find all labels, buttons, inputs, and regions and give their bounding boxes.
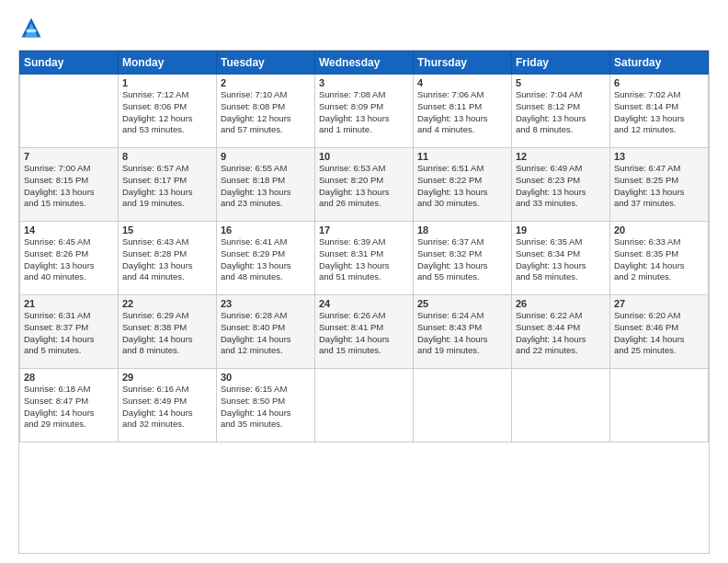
sunrise-text: Sunrise: 7:02 AM — [614, 89, 704, 101]
daylight-hours: Daylight: 13 hours — [516, 113, 606, 125]
day-number: 27 — [614, 298, 704, 309]
header — [18, 15, 710, 40]
sunrise-text: Sunrise: 6:18 AM — [24, 384, 114, 396]
day-header-saturday: Saturday — [610, 52, 709, 75]
calendar-cell: 19Sunrise: 6:35 AMSunset: 8:34 PMDayligh… — [512, 222, 610, 295]
daylight-hours: Daylight: 13 hours — [614, 113, 704, 125]
sunrise-text: Sunrise: 6:26 AM — [319, 310, 409, 322]
daylight-minutes: and 8 minutes. — [516, 124, 606, 136]
sunset-text: Sunset: 8:28 PM — [122, 248, 212, 260]
daylight-hours: Daylight: 13 hours — [122, 260, 212, 272]
daylight-minutes: and 2 minutes. — [614, 271, 704, 283]
daylight-hours: Daylight: 14 hours — [319, 334, 409, 346]
day-info: Sunrise: 6:33 AMSunset: 8:35 PMDaylight:… — [614, 236, 704, 283]
day-info: Sunrise: 6:22 AMSunset: 8:44 PMDaylight:… — [516, 310, 606, 357]
daylight-hours: Daylight: 14 hours — [122, 334, 212, 346]
sunrise-text: Sunrise: 6:53 AM — [319, 163, 409, 175]
sunset-text: Sunset: 8:06 PM — [122, 101, 212, 113]
calendar-cell: 24Sunrise: 6:26 AMSunset: 8:41 PMDayligh… — [315, 295, 414, 369]
sunrise-text: Sunrise: 6:33 AM — [614, 236, 704, 248]
sunset-text: Sunset: 8:14 PM — [614, 101, 704, 113]
day-info: Sunrise: 6:51 AMSunset: 8:22 PMDaylight:… — [417, 163, 507, 210]
sunset-text: Sunset: 8:31 PM — [319, 248, 409, 260]
daylight-hours: Daylight: 13 hours — [516, 260, 606, 272]
calendar-cell: 28Sunrise: 6:18 AMSunset: 8:47 PMDayligh… — [20, 369, 119, 442]
day-info: Sunrise: 6:24 AMSunset: 8:43 PMDaylight:… — [417, 310, 507, 357]
daylight-hours: Daylight: 14 hours — [24, 408, 114, 419]
sunset-text: Sunset: 8:49 PM — [122, 396, 212, 408]
sunset-text: Sunset: 8:09 PM — [319, 101, 409, 113]
day-number: 11 — [417, 151, 507, 162]
daylight-minutes: and 15 minutes. — [24, 198, 114, 210]
sunset-text: Sunset: 8:23 PM — [516, 175, 606, 187]
sunset-text: Sunset: 8:08 PM — [221, 101, 311, 113]
day-info: Sunrise: 6:41 AMSunset: 8:29 PMDaylight:… — [221, 236, 311, 283]
sunset-text: Sunset: 8:17 PM — [122, 175, 212, 187]
day-info: Sunrise: 6:53 AMSunset: 8:20 PMDaylight:… — [319, 163, 409, 210]
daylight-minutes: and 29 minutes. — [24, 419, 114, 431]
sunrise-text: Sunrise: 6:45 AM — [24, 236, 114, 248]
daylight-hours: Daylight: 14 hours — [614, 260, 704, 272]
day-number: 19 — [516, 224, 606, 236]
daylight-minutes: and 32 minutes. — [122, 419, 212, 431]
calendar-cell: 15Sunrise: 6:43 AMSunset: 8:28 PMDayligh… — [119, 222, 217, 295]
day-number: 29 — [122, 372, 212, 383]
week-row-3: 14Sunrise: 6:45 AMSunset: 8:26 PMDayligh… — [20, 222, 709, 295]
day-number: 9 — [221, 151, 311, 162]
calendar-cell: 11Sunrise: 6:51 AMSunset: 8:22 PMDayligh… — [414, 148, 512, 222]
sunrise-text: Sunrise: 7:06 AM — [417, 89, 507, 101]
sunset-text: Sunset: 8:22 PM — [417, 175, 507, 187]
daylight-hours: Daylight: 14 hours — [221, 334, 311, 346]
daylight-minutes: and 8 minutes. — [122, 345, 212, 357]
day-info: Sunrise: 6:29 AMSunset: 8:38 PMDaylight:… — [122, 310, 212, 357]
calendar-cell — [315, 369, 414, 442]
sunset-text: Sunset: 8:37 PM — [24, 322, 114, 334]
day-number: 2 — [221, 77, 311, 88]
calendar-cell: 20Sunrise: 6:33 AMSunset: 8:35 PMDayligh… — [610, 222, 709, 295]
svg-rect-2 — [27, 29, 37, 33]
calendar-cell: 17Sunrise: 6:39 AMSunset: 8:31 PMDayligh… — [315, 222, 414, 295]
sunrise-text: Sunrise: 6:16 AM — [122, 384, 212, 396]
sunrise-text: Sunrise: 6:41 AM — [221, 236, 311, 248]
sunrise-text: Sunrise: 6:39 AM — [319, 236, 409, 248]
day-info: Sunrise: 7:12 AMSunset: 8:06 PMDaylight:… — [122, 89, 212, 136]
calendar-cell: 12Sunrise: 6:49 AMSunset: 8:23 PMDayligh… — [512, 148, 610, 222]
day-info: Sunrise: 6:43 AMSunset: 8:28 PMDaylight:… — [122, 236, 212, 283]
sunrise-text: Sunrise: 6:24 AM — [417, 310, 507, 322]
day-number: 8 — [122, 151, 212, 162]
sunset-text: Sunset: 8:44 PM — [516, 322, 606, 334]
sunset-text: Sunset: 8:43 PM — [417, 322, 507, 334]
day-number: 6 — [614, 77, 704, 88]
calendar-cell — [414, 369, 512, 442]
day-info: Sunrise: 6:26 AMSunset: 8:41 PMDaylight:… — [319, 310, 409, 357]
day-header-wednesday: Wednesday — [315, 52, 414, 75]
day-number: 3 — [319, 77, 409, 88]
sunset-text: Sunset: 8:35 PM — [614, 248, 704, 260]
day-info: Sunrise: 6:20 AMSunset: 8:46 PMDaylight:… — [614, 310, 704, 357]
day-info: Sunrise: 6:28 AMSunset: 8:40 PMDaylight:… — [221, 310, 311, 357]
sunset-text: Sunset: 8:11 PM — [417, 101, 507, 113]
sunrise-text: Sunrise: 6:57 AM — [122, 163, 212, 175]
daylight-hours: Daylight: 13 hours — [417, 260, 507, 272]
sunrise-text: Sunrise: 7:08 AM — [319, 89, 409, 101]
day-number: 15 — [122, 224, 212, 236]
day-header-thursday: Thursday — [414, 52, 512, 75]
daylight-minutes: and 25 minutes. — [614, 345, 704, 357]
day-header-tuesday: Tuesday — [217, 52, 315, 75]
day-info: Sunrise: 6:31 AMSunset: 8:37 PMDaylight:… — [24, 310, 114, 357]
calendar-cell: 30Sunrise: 6:15 AMSunset: 8:50 PMDayligh… — [217, 369, 315, 442]
calendar-cell: 5Sunrise: 7:04 AMSunset: 8:12 PMDaylight… — [512, 75, 610, 148]
day-number: 21 — [24, 298, 114, 309]
daylight-minutes: and 57 minutes. — [221, 124, 311, 136]
day-number: 28 — [24, 372, 114, 383]
daylight-hours: Daylight: 14 hours — [516, 334, 606, 346]
day-info: Sunrise: 7:02 AMSunset: 8:14 PMDaylight:… — [614, 89, 704, 136]
week-row-1: 1Sunrise: 7:12 AMSunset: 8:06 PMDaylight… — [20, 75, 709, 148]
sunrise-text: Sunrise: 7:12 AM — [122, 89, 212, 101]
daylight-minutes: and 37 minutes. — [614, 198, 704, 210]
day-info: Sunrise: 6:39 AMSunset: 8:31 PMDaylight:… — [319, 236, 409, 283]
sunrise-text: Sunrise: 6:22 AM — [516, 310, 606, 322]
calendar-cell: 16Sunrise: 6:41 AMSunset: 8:29 PMDayligh… — [217, 222, 315, 295]
day-number: 25 — [417, 298, 507, 309]
calendar-cell: 25Sunrise: 6:24 AMSunset: 8:43 PMDayligh… — [414, 295, 512, 369]
